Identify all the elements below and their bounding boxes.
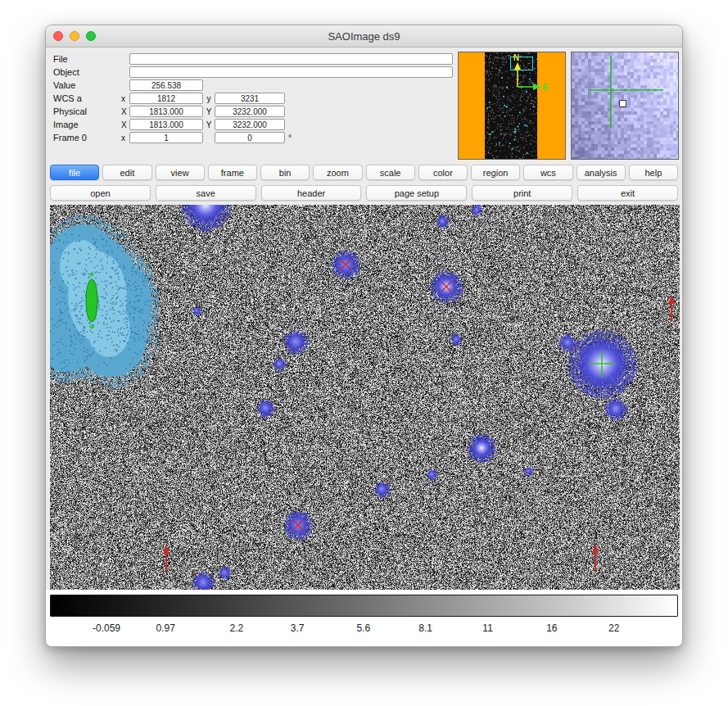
wcs-y-label: y (203, 94, 215, 103)
toolbar-button-open[interactable]: open (50, 185, 151, 201)
file-toolbar: opensaveheaderpage setupprintexit (46, 183, 682, 203)
wcs-x-field[interactable] (129, 93, 203, 104)
physical-x-field[interactable] (129, 106, 203, 117)
field-label-object: Object (53, 67, 121, 77)
wcs-row: WCS a x y (53, 93, 453, 104)
field-label-physical: Physical (53, 106, 121, 116)
image-display[interactable] (50, 205, 678, 590)
menu-button-zoom[interactable]: zoom (313, 165, 362, 180)
colorbar-tick-label: 2.2 (229, 622, 243, 634)
physical-row: Physical X Y (53, 106, 453, 117)
close-button[interactable] (53, 31, 63, 41)
menu-button-frame[interactable]: frame (208, 165, 257, 180)
menu-button-edit[interactable]: edit (102, 165, 151, 180)
frame-zoom-label: x (121, 134, 129, 143)
field-label-value: Value (53, 80, 121, 90)
value-field[interactable] (129, 79, 203, 91)
maximize-button[interactable] (86, 31, 96, 41)
window-title: SAOImage ds9 (328, 30, 400, 43)
menu-button-file[interactable]: file (50, 165, 99, 180)
physical-y-field[interactable] (215, 106, 285, 117)
minimize-button[interactable] (70, 31, 79, 41)
info-panel: File Object Value WCS a x y (46, 48, 682, 162)
colorbar-tick-label: -0.059 (93, 622, 120, 634)
panner[interactable] (458, 52, 566, 160)
colorbar-gradient[interactable] (50, 595, 678, 617)
field-label-frame: Frame 0 (53, 133, 121, 143)
colorbar-tick-label: 16 (546, 622, 557, 634)
wcs-y-field[interactable] (215, 93, 285, 104)
colorbar-tick-label: 5.6 (356, 622, 370, 634)
page-background: SAOImage ds9 File Object Value WCS a (0, 0, 728, 706)
magnifier[interactable] (571, 52, 679, 160)
image-x-label: X (121, 120, 129, 129)
image-y-field[interactable] (215, 119, 285, 130)
colorbar-tick-label: 11 (482, 622, 492, 634)
colorbar: -0.0590.972.23.75.68.1111622 (46, 590, 682, 646)
physical-x-label: X (121, 107, 129, 116)
object-field[interactable] (129, 66, 453, 78)
panner-canvas[interactable] (459, 52, 565, 159)
menu-button-region[interactable]: region (471, 165, 520, 180)
degree-symbol: ° (285, 134, 300, 143)
field-label-wcs: WCS a (53, 93, 121, 103)
menu-bar: fileeditviewframebinzoomscalecolorregion… (46, 162, 682, 183)
frame-zoom-field[interactable] (129, 132, 203, 143)
traffic-lights (53, 25, 96, 47)
toolbar-button-page-setup[interactable]: page setup (366, 185, 467, 201)
image-x-field[interactable] (129, 119, 203, 130)
colorbar-tick-label: 0.97 (156, 622, 174, 634)
field-label-image: Image (53, 120, 121, 129)
toolbar-button-exit[interactable]: exit (577, 185, 678, 201)
menu-button-wcs[interactable]: wcs (523, 165, 572, 180)
wcs-x-label: x (121, 94, 129, 103)
frame-row: Frame 0 x ° (53, 132, 453, 143)
image-canvas[interactable] (50, 205, 680, 590)
toolbar-button-save[interactable]: save (156, 185, 256, 201)
colorbar-ticks: -0.0590.972.23.75.68.1111622 (50, 617, 678, 638)
ds9-window: SAOImage ds9 File Object Value WCS a (45, 25, 683, 647)
menu-button-view[interactable]: view (156, 165, 205, 180)
toolbar-button-header[interactable]: header (261, 185, 362, 201)
menu-button-analysis[interactable]: analysis (577, 165, 626, 180)
frame-rotation-field[interactable] (215, 132, 285, 143)
file-field[interactable] (129, 53, 453, 65)
magnifier-canvas[interactable] (572, 52, 678, 159)
value-row: Value (53, 79, 453, 91)
file-row: File (53, 53, 453, 65)
colorbar-tick-label: 3.7 (291, 622, 305, 634)
menu-button-bin[interactable]: bin (260, 165, 310, 180)
window-titlebar[interactable]: SAOImage ds9 (46, 25, 682, 48)
image-row: Image X Y (53, 119, 453, 130)
object-row: Object (53, 66, 453, 78)
colorbar-tick-label: 22 (608, 622, 619, 634)
colorbar-tick-label: 8.1 (418, 622, 432, 634)
image-y-label: Y (203, 120, 215, 129)
coordinate-readout: File Object Value WCS a x y (53, 52, 453, 143)
physical-y-label: Y (203, 107, 215, 116)
toolbar-button-print[interactable]: print (472, 185, 572, 201)
menu-button-color[interactable]: color (418, 165, 468, 180)
menu-button-scale[interactable]: scale (366, 165, 415, 180)
menu-button-help[interactable]: help (629, 165, 678, 180)
field-label-file: File (53, 54, 121, 64)
